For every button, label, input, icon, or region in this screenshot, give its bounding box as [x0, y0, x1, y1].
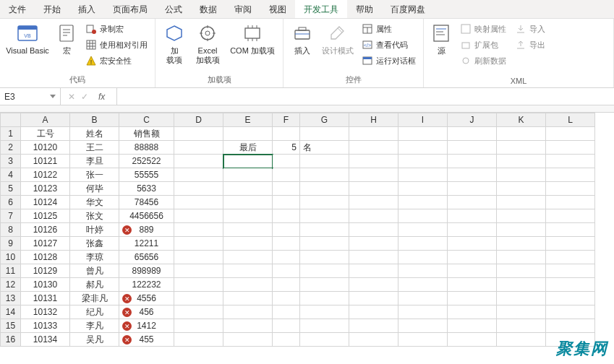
cell-K10[interactable] [497, 251, 546, 264]
macros-button[interactable]: 宏 [54, 20, 80, 57]
cell-L8[interactable] [546, 223, 595, 237]
cell-A8[interactable]: 10126 [21, 223, 70, 237]
expansion-pack-button[interactable]: 扩展包 [457, 38, 509, 52]
column-header-C[interactable]: C [119, 113, 174, 127]
cell-C11[interactable]: 898989 [119, 264, 174, 278]
cell-D7[interactable] [174, 209, 223, 223]
column-header-F[interactable]: F [273, 113, 300, 127]
cell-B11[interactable]: 曾凡 [70, 264, 119, 278]
view-code-button[interactable]: </> 查看代码 [359, 38, 419, 52]
cell-J14[interactable] [448, 306, 497, 319]
cell-D4[interactable] [174, 168, 223, 182]
use-relative-button[interactable]: 使用相对引用 [82, 38, 150, 52]
cell-D13[interactable] [174, 292, 223, 306]
fx-icon[interactable]: fx [94, 92, 109, 102]
cell-C4[interactable]: 55555 [119, 168, 174, 182]
cell-E10[interactable] [223, 251, 273, 264]
cell-L6[interactable] [546, 196, 595, 209]
cell-L7[interactable] [546, 209, 595, 223]
cell-G3[interactable] [300, 155, 349, 168]
row-header-16[interactable]: 16 [1, 333, 21, 347]
cell-F4[interactable] [273, 168, 300, 182]
cell-G9[interactable] [300, 237, 349, 251]
cell-J13[interactable] [448, 292, 497, 306]
cell-L4[interactable] [546, 168, 595, 182]
cell-K15[interactable] [497, 319, 546, 333]
cell-K4[interactable] [497, 168, 546, 182]
cell-G10[interactable] [300, 251, 349, 264]
cell-E5[interactable] [223, 182, 273, 196]
cell-L11[interactable] [546, 264, 595, 278]
column-header-H[interactable]: H [349, 113, 398, 127]
cell-F9[interactable] [273, 237, 300, 251]
cell-D8[interactable] [174, 223, 223, 237]
cell-K1[interactable] [497, 127, 546, 141]
cell-C10[interactable]: 65656 [119, 251, 174, 264]
cell-A6[interactable]: 10124 [21, 196, 70, 209]
row-header-12[interactable]: 12 [1, 278, 21, 292]
cell-D2[interactable] [174, 141, 223, 155]
row-header-15[interactable]: 15 [1, 319, 21, 333]
cell-F10[interactable] [273, 251, 300, 264]
tab-file[interactable]: 文件 [0, 0, 35, 18]
addins-button[interactable]: 加 载项 [160, 20, 189, 66]
cell-D6[interactable] [174, 196, 223, 209]
cell-C15[interactable]: ✕1412 [119, 319, 174, 333]
row-header-2[interactable]: 2 [1, 141, 21, 155]
cell-G15[interactable] [300, 319, 349, 333]
cell-I4[interactable] [398, 168, 448, 182]
cell-K12[interactable] [497, 278, 546, 292]
cell-I7[interactable] [398, 209, 448, 223]
cell-E11[interactable] [223, 264, 273, 278]
cell-F14[interactable] [273, 306, 300, 319]
design-mode-button[interactable]: 设计模式 [320, 20, 356, 57]
cell-C12[interactable]: 122232 [119, 278, 174, 292]
cell-C2[interactable]: 88888 [119, 141, 174, 155]
cell-E9[interactable] [223, 237, 273, 251]
cell-E8[interactable] [223, 223, 273, 237]
cell-C13[interactable]: ✕4556 [119, 292, 174, 306]
tab-data[interactable]: 数据 [191, 0, 226, 18]
cell-E2[interactable]: 最后 [223, 141, 273, 155]
cell-G13[interactable] [300, 292, 349, 306]
cell-L3[interactable] [546, 155, 595, 168]
tab-pagelayout[interactable]: 页面布局 [104, 0, 156, 18]
cell-I6[interactable] [398, 196, 448, 209]
cell-C9[interactable]: 12211 [119, 237, 174, 251]
cell-H2[interactable] [349, 141, 398, 155]
cell-L5[interactable] [546, 182, 595, 196]
cell-K16[interactable] [497, 333, 546, 347]
cell-B4[interactable]: 张一 [70, 168, 119, 182]
cell-J15[interactable] [448, 319, 497, 333]
cell-D1[interactable] [174, 127, 223, 141]
worksheet-grid[interactable]: ABCDEFGHIJKL1工号姓名销售额210120王二88888最后5名310… [0, 113, 614, 364]
cell-J11[interactable] [448, 264, 497, 278]
cell-A1[interactable]: 工号 [21, 127, 70, 141]
properties-button[interactable]: 属性 [359, 22, 419, 36]
cell-A7[interactable]: 10125 [21, 209, 70, 223]
cell-D11[interactable] [174, 264, 223, 278]
cell-I9[interactable] [398, 237, 448, 251]
cell-D14[interactable] [174, 306, 223, 319]
cell-D5[interactable] [174, 182, 223, 196]
cell-A9[interactable]: 10127 [21, 237, 70, 251]
cell-F7[interactable] [273, 209, 300, 223]
column-header-A[interactable]: A [21, 113, 70, 127]
cell-F8[interactable] [273, 223, 300, 237]
cell-B2[interactable]: 王二 [70, 141, 119, 155]
cell-E14[interactable] [223, 306, 273, 319]
cell-D12[interactable] [174, 278, 223, 292]
cell-H8[interactable] [349, 223, 398, 237]
column-header-K[interactable]: K [497, 113, 546, 127]
cell-G8[interactable] [300, 223, 349, 237]
cell-H4[interactable] [349, 168, 398, 182]
map-properties-button[interactable]: 映射属性 [457, 22, 509, 36]
cell-G2[interactable]: 名 [300, 141, 349, 155]
cell-E13[interactable] [223, 292, 273, 306]
com-addins-button[interactable]: COM 加载项 [226, 20, 278, 57]
row-header-11[interactable]: 11 [1, 264, 21, 278]
cell-C16[interactable]: ✕455 [119, 333, 174, 347]
name-box-dropdown-icon[interactable] [50, 95, 56, 98]
cell-D3[interactable] [174, 155, 223, 168]
cell-G14[interactable] [300, 306, 349, 319]
